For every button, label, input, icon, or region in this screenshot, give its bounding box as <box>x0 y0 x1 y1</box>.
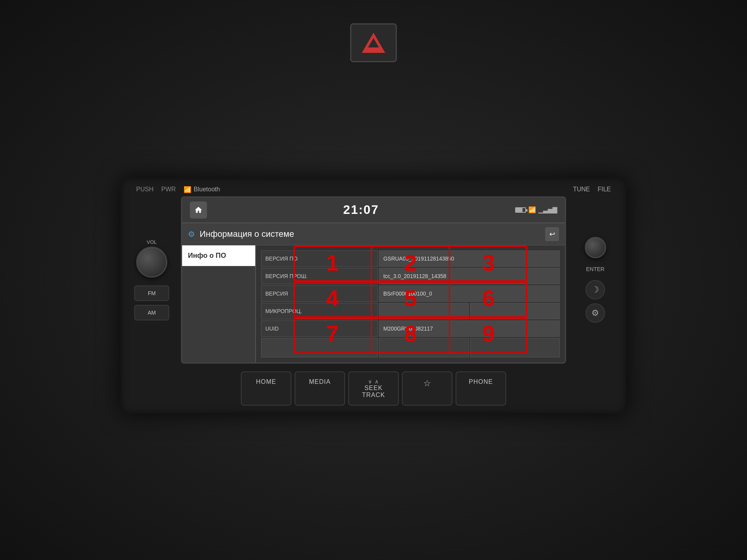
table-row: МИКРОПРОЦ. <box>261 303 560 319</box>
sidebar-info-po[interactable]: Инфо о ПО <box>182 245 255 266</box>
seek-track-button[interactable]: ∨ ∧ SEEKTRACK <box>348 371 399 406</box>
favorite-button[interactable]: ☆ <box>402 371 452 406</box>
hazard-icon <box>362 33 385 53</box>
home-icon <box>194 206 203 214</box>
label-mikroproc: МИКРОПРОЦ. <box>261 303 378 319</box>
bluetooth-label: 📶 Bluetooth <box>184 186 220 193</box>
unit-top-labels: PUSH PWR 📶 Bluetooth TUNE FILE <box>128 186 619 196</box>
seek-arrows: ∨ ∧ <box>368 378 379 385</box>
media-button[interactable]: MEDIA <box>295 371 345 406</box>
side-menu: Инфо о ПО <box>182 245 256 362</box>
label-uuid: UUID <box>261 320 378 337</box>
star-icon: ☆ <box>423 378 431 388</box>
empty-cell-2 <box>379 338 469 357</box>
empty-cell-3 <box>470 338 560 357</box>
table-row: UUID M200GRU00J82117 <box>261 320 560 337</box>
table-row: ВЕРСИЯ ПО GSRUA00_20191128143850 <box>261 250 560 267</box>
settings-button[interactable]: ⚙ <box>586 303 605 323</box>
label-versiya: ВЕРСИЯ <box>261 285 378 302</box>
screen: 21:07 📶 ▁▃▅▇ ⚙ Информация о системе ↩ <box>181 196 566 364</box>
back-button[interactable]: ↩ <box>545 227 559 241</box>
push-label: PUSH <box>136 186 153 193</box>
vol-knob-container: VOL <box>136 239 167 278</box>
seek-track-label: SEEKTRACK <box>362 385 385 399</box>
phone-button[interactable]: PHONE <box>456 371 506 406</box>
head-unit: PUSH PWR 📶 Bluetooth TUNE FILE VOL <box>121 178 626 413</box>
labels-left: PUSH PWR 📶 Bluetooth <box>136 186 220 193</box>
signal-icon: 📶 <box>528 206 536 214</box>
table-row: ВЕРСИЯ BSrF0000100100_0 <box>261 285 560 302</box>
night-mode-button[interactable]: ☽ <box>586 280 605 299</box>
value-versiya-po: GSRUA00_20191128143850 <box>379 250 560 267</box>
seek-prev-arrow: ∨ <box>368 378 372 385</box>
file-label: FILE <box>598 186 611 193</box>
unit-body: VOL FM AM 21:07 <box>128 196 619 364</box>
hazard-button[interactable] <box>350 23 397 62</box>
vol-knob[interactable] <box>136 247 167 278</box>
bottom-buttons: HOME MEDIA ∨ ∧ SEEKTRACK ☆ PHONE <box>128 371 619 406</box>
enter-label: ENTER <box>586 266 604 272</box>
page-title: Информация о системе <box>200 229 540 239</box>
screen-nav-bar: ⚙ Информация о системе ↩ <box>182 223 565 245</box>
empty-cell-1 <box>261 338 378 357</box>
value-mikroproc2 <box>470 303 560 319</box>
value-versiya: BSrF0000100100_0 <box>379 285 560 302</box>
tune-label: TUNE <box>573 186 590 193</box>
left-controls: VOL FM AM <box>128 239 175 320</box>
tune-knob[interactable] <box>585 237 606 258</box>
value-versiya-prosh: tcc_3.0_20191128_14358 <box>379 268 560 284</box>
value-uuid: M200GRU00J82117 <box>379 320 560 337</box>
fm-button[interactable]: FM <box>134 285 169 301</box>
seek-next-arrow: ∧ <box>375 378 379 385</box>
home-button-label: HOME <box>256 378 276 385</box>
value-mikroproc <box>379 303 469 319</box>
status-bar-icons: 📶 ▁▃▅▇ <box>515 206 557 214</box>
battery-icon <box>515 207 526 213</box>
label-versiya-prosh: ВЕРСИЯ ПРОШ. <box>261 268 378 284</box>
bluetooth-text: Bluetooth <box>194 186 220 193</box>
side-buttons-left: FM AM <box>134 285 169 320</box>
home-screen-button[interactable] <box>190 201 207 219</box>
side-buttons-right: ☽ ⚙ <box>586 280 605 323</box>
screen-time: 21:07 <box>343 203 379 217</box>
battery-fill <box>516 208 523 212</box>
car-dashboard: PUSH PWR 📶 Bluetooth TUNE FILE VOL <box>0 0 747 560</box>
label-versiya-po: ВЕРСИЯ ПО <box>261 250 378 267</box>
info-icon: ⚙ <box>188 229 195 239</box>
media-button-label: MEDIA <box>309 378 331 385</box>
info-grid: ВЕРСИЯ ПО GSRUA00_20191128143850 ВЕРСИЯ … <box>256 245 565 362</box>
network-icon: ▁▃▅▇ <box>538 206 557 214</box>
screen-content: Инфо о ПО ВЕРСИЯ ПО GSRUA00_201911281438… <box>182 245 565 362</box>
table-row: ВЕРСИЯ ПРОШ. tcc_3.0_20191128_14358 <box>261 268 560 284</box>
home-button[interactable]: HOME <box>241 371 291 406</box>
info-table: ВЕРСИЯ ПО GSRUA00_20191128143850 ВЕРСИЯ … <box>260 249 561 359</box>
hazard-area <box>350 23 397 62</box>
labels-right: TUNE FILE <box>573 186 611 193</box>
right-controls: ENTER ☽ ⚙ <box>572 237 619 323</box>
pwr-label: PWR <box>161 186 175 193</box>
phone-button-label: PHONE <box>469 378 493 385</box>
tune-knob-container <box>585 237 606 258</box>
bluetooth-icon: 📶 <box>184 186 191 193</box>
table-row-empty <box>261 338 560 357</box>
am-button[interactable]: AM <box>134 305 169 320</box>
vol-label: VOL <box>136 239 167 245</box>
screen-header: 21:07 📶 ▁▃▅▇ <box>182 198 565 223</box>
